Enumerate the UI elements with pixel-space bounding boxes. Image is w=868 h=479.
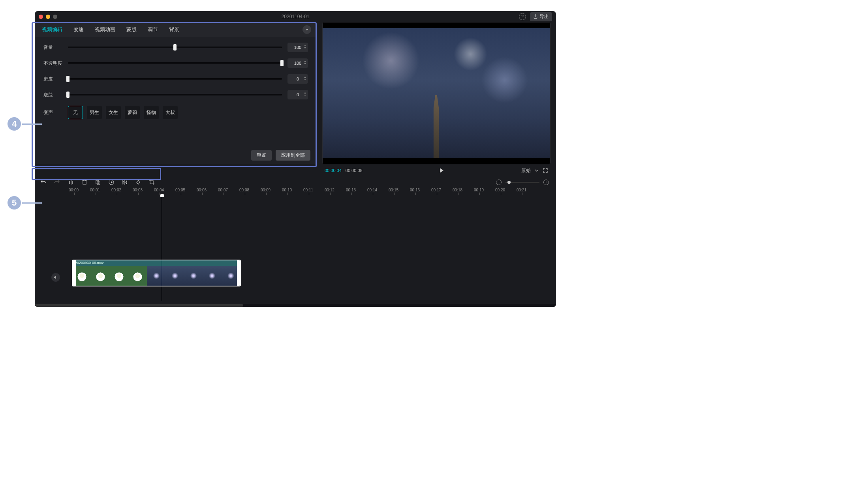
crop-icon[interactable] <box>148 179 155 185</box>
preview-area: 00:00:04 00:00:08 原始 <box>322 22 550 177</box>
clip-filename: 20200930-06.mov <box>73 260 240 266</box>
timeline: 00:0000:0100:0200:0300:0400:0500:0600:07… <box>35 188 556 307</box>
clip-trim-right[interactable] <box>237 260 240 286</box>
voice-option-loli[interactable]: 萝莉 <box>125 106 140 119</box>
fullscreen-icon[interactable] <box>543 168 548 173</box>
voice-option-female[interactable]: 女生 <box>106 106 121 119</box>
tab-speed[interactable]: 变速 <box>73 26 84 33</box>
tab-background[interactable]: 背景 <box>169 26 179 33</box>
copy-icon[interactable] <box>95 179 101 185</box>
stepper-icon: ▲▼ <box>304 44 306 49</box>
current-time: 00:00:04 <box>325 168 342 173</box>
tab-adjust[interactable]: 调节 <box>148 26 158 33</box>
zoom-in-icon[interactable]: + <box>543 180 549 185</box>
voice-option-none[interactable]: 无 <box>68 106 83 119</box>
voice-option-uncle[interactable]: 大叔 <box>163 106 178 119</box>
project-title: 20201104-01 <box>35 14 556 19</box>
video-clip[interactable]: 20200930-06.mov 7.3s <box>72 260 241 286</box>
play-button[interactable] <box>366 168 517 173</box>
preview-canvas[interactable] <box>322 22 550 164</box>
slim-value-stepper[interactable]: 0 ▲▼ <box>287 90 308 99</box>
chevron-down-icon[interactable] <box>534 168 539 173</box>
voice-label: 变声 <box>43 109 62 116</box>
split-icon[interactable] <box>68 179 74 185</box>
callout-4: 4 <box>6 115 42 133</box>
clip-thumbnails <box>73 266 240 286</box>
stepper-icon: ▲▼ <box>304 60 306 65</box>
preview-frame <box>323 28 550 158</box>
opacity-slider[interactable] <box>68 60 282 66</box>
volume-label: 音量 <box>43 44 62 51</box>
reset-button[interactable]: 重置 <box>251 150 272 161</box>
slim-slider[interactable] <box>68 92 282 98</box>
callout-5: 5 <box>6 194 42 211</box>
play-icon <box>440 168 443 173</box>
panel-collapse-button[interactable] <box>302 25 311 34</box>
clip-trim-left[interactable] <box>73 260 76 286</box>
zoom-out-icon[interactable]: − <box>496 180 502 185</box>
volume-slider[interactable] <box>68 44 282 51</box>
tab-animation[interactable]: 视频动画 <box>95 26 115 33</box>
undo-icon[interactable] <box>40 179 47 185</box>
smooth-slider[interactable] <box>68 76 282 82</box>
voice-option-monster[interactable]: 怪物 <box>144 106 159 119</box>
inspector-panel: 视频编辑 变速 视频动画 蒙版 调节 背景 音量 100 <box>35 22 317 164</box>
help-icon[interactable]: ? <box>519 13 526 20</box>
voice-option-male[interactable]: 男生 <box>87 106 102 119</box>
stepper-icon: ▲▼ <box>304 91 306 97</box>
track-mute-icon[interactable] <box>51 273 60 282</box>
rotate-icon[interactable] <box>135 179 141 185</box>
opacity-label: 不透明度 <box>43 60 62 67</box>
playhead[interactable] <box>162 195 162 301</box>
zoom-slider[interactable] <box>505 182 539 183</box>
timeline-toolbar: − + <box>35 177 556 188</box>
preview-scale-label[interactable]: 原始 <box>521 167 531 174</box>
opacity-value-stepper[interactable]: 100 ▲▼ <box>287 58 308 68</box>
total-time: 00:00:08 <box>346 168 363 173</box>
delete-icon[interactable] <box>81 179 88 185</box>
inspector-tabs: 视频编辑 变速 视频动画 蒙版 调节 背景 <box>35 22 317 37</box>
timeline-zoom: − + <box>496 180 556 185</box>
timeline-scrollbar[interactable] <box>35 304 556 307</box>
export-button[interactable]: 导出 <box>530 12 552 21</box>
time-ruler[interactable]: 00:0000:0100:0200:0300:0400:0500:0600:07… <box>35 188 556 195</box>
ruler-tick: 00:21 <box>522 188 543 195</box>
titlebar: 20201104-01 ? 导出 <box>35 11 556 22</box>
redo-icon[interactable] <box>54 179 60 185</box>
slim-label: 瘦脸 <box>43 92 62 98</box>
tab-video-edit[interactable]: 视频编辑 <box>42 26 62 33</box>
app-window: 20201104-01 ? 导出 视频编辑 变速 视频动画 蒙版 调节 背景 <box>35 11 556 307</box>
apply-all-button[interactable]: 应用到全部 <box>276 150 310 161</box>
smooth-value-stepper[interactable]: 0 ▲▼ <box>287 74 308 84</box>
export-label: 导出 <box>539 13 549 20</box>
volume-value-stepper[interactable]: 100 ▲▼ <box>287 43 308 52</box>
tab-mask[interactable]: 蒙版 <box>126 26 137 33</box>
smooth-label: 磨皮 <box>43 76 62 82</box>
mirror-icon[interactable] <box>122 179 128 185</box>
speed-icon[interactable] <box>108 179 115 185</box>
stepper-icon: ▲▼ <box>304 75 306 81</box>
